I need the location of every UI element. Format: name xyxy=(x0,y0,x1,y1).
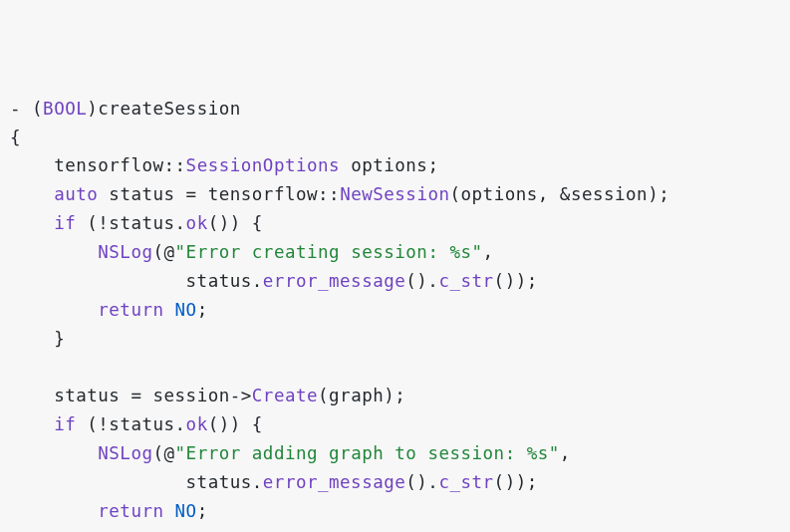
code-token: ()) { xyxy=(208,213,263,233)
code-token: tensorflow xyxy=(10,155,164,175)
code-token: ()) { xyxy=(208,414,263,434)
code-token: -> xyxy=(230,386,252,405)
code-token: NO xyxy=(175,501,197,521)
code-token xyxy=(164,300,175,320)
code-line: status.error_message().c_str()); xyxy=(10,267,780,296)
code-token: = xyxy=(186,184,197,204)
code-line xyxy=(10,354,780,383)
code-token: , xyxy=(483,242,494,262)
code-token: NSLog xyxy=(98,443,152,463)
code-token: & xyxy=(560,184,571,204)
code-token: c_str xyxy=(438,472,493,492)
code-token: } xyxy=(10,329,65,349)
code-token: "Error adding graph to session: %s" xyxy=(175,443,560,463)
code-token: (). xyxy=(405,271,438,291)
code-token: (graph); xyxy=(318,386,405,405)
code-token: (!status. xyxy=(76,414,185,434)
code-line: status.error_message().c_str()); xyxy=(10,468,780,497)
code-token: ( xyxy=(152,242,163,262)
code-token: error_message xyxy=(263,472,405,492)
code-token: (options, xyxy=(450,184,560,204)
code-token: = xyxy=(131,386,141,405)
code-line: NSLog(@"Error creating session: %s", xyxy=(10,238,780,267)
code-line: NSLog(@"Error adding graph to session: %… xyxy=(10,439,780,468)
code-token xyxy=(10,501,98,521)
code-token: ; xyxy=(197,300,208,320)
code-token: options; xyxy=(340,155,438,175)
code-token xyxy=(10,358,21,378)
code-token: auto xyxy=(54,184,98,204)
code-token: if xyxy=(54,414,76,434)
code-token: NewSession xyxy=(340,184,449,204)
code-token: status. xyxy=(10,472,263,492)
code-token: @ xyxy=(164,242,175,262)
code-token: status xyxy=(10,386,131,405)
code-token: return xyxy=(98,300,163,320)
code-token: tensorflow xyxy=(197,184,318,204)
code-line: return NO; xyxy=(10,497,780,526)
code-token: ( xyxy=(152,443,163,463)
code-token: ok xyxy=(186,414,208,434)
code-token: :: xyxy=(318,184,340,204)
code-line: } xyxy=(10,526,780,532)
code-token: BOOL xyxy=(43,99,87,119)
code-line: - (BOOL)createSession xyxy=(10,95,780,124)
code-token: session); xyxy=(571,184,669,204)
code-token: ) xyxy=(87,99,98,119)
code-line: if (!status.ok()) { xyxy=(10,410,780,439)
code-token: status xyxy=(98,184,185,204)
code-line: } xyxy=(10,325,780,354)
code-token xyxy=(10,414,54,434)
code-token xyxy=(10,443,98,463)
code-token: "Error creating session: %s" xyxy=(175,242,483,262)
code-token: :: xyxy=(164,155,186,175)
code-token: ()); xyxy=(494,472,538,492)
code-line: return NO; xyxy=(10,296,780,325)
code-line: tensorflow::SessionOptions options; xyxy=(10,151,780,180)
code-token: , xyxy=(560,443,571,463)
code-line: if (!status.ok()) { xyxy=(10,209,780,238)
code-token: @ xyxy=(164,443,175,463)
code-block: - (BOOL)createSession{ tensorflow::Sessi… xyxy=(10,95,780,532)
code-token: createSession xyxy=(98,99,240,119)
code-token: - ( xyxy=(10,99,43,119)
code-token: if xyxy=(54,213,76,233)
code-token xyxy=(10,184,54,204)
code-token: return xyxy=(98,501,163,521)
code-token: (). xyxy=(405,472,438,492)
code-token: session xyxy=(141,386,229,405)
code-token: c_str xyxy=(438,271,493,291)
code-token xyxy=(10,242,98,262)
code-token: NO xyxy=(175,300,197,320)
code-token xyxy=(164,501,175,521)
code-token: ok xyxy=(186,213,208,233)
code-line: { xyxy=(10,124,780,152)
code-token xyxy=(10,300,98,320)
code-line: auto status = tensorflow::NewSession(opt… xyxy=(10,180,780,209)
code-token: status. xyxy=(10,271,263,291)
code-line: status = session->Create(graph); xyxy=(10,382,780,410)
code-token: ; xyxy=(197,501,208,521)
code-token: NSLog xyxy=(98,242,152,262)
code-token: (!status. xyxy=(76,213,185,233)
code-token: Create xyxy=(252,386,318,405)
code-token: ()); xyxy=(494,271,538,291)
code-token: SessionOptions xyxy=(186,155,341,175)
code-token xyxy=(10,213,54,233)
code-token: { xyxy=(10,128,21,147)
code-token: error_message xyxy=(263,271,405,291)
